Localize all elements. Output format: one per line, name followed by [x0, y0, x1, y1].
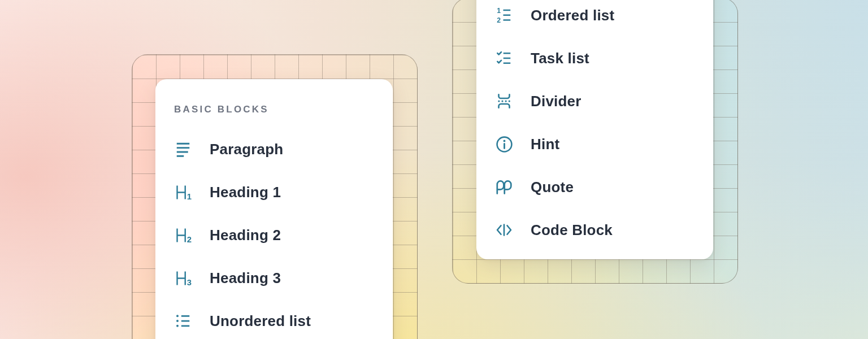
menu-item-label: Heading 1: [210, 184, 281, 201]
menu-item-label: Divider: [531, 93, 581, 110]
svg-text:2: 2: [497, 16, 501, 24]
menu-item-quote[interactable]: Quote: [495, 166, 713, 208]
svg-text:2: 2: [186, 235, 191, 244]
svg-text:1: 1: [186, 192, 191, 201]
background-gradient: BASIC BLOCKS Paragraph 1 Heading 1 2 Hea…: [0, 0, 868, 339]
menu-item-task-list[interactable]: Task list: [495, 37, 713, 80]
menu-item-heading-2[interactable]: 2 Heading 2: [174, 214, 393, 257]
svg-text:1: 1: [497, 7, 501, 15]
heading-1-icon: 1: [174, 183, 192, 201]
menu-item-hint[interactable]: Hint: [495, 123, 713, 166]
unordered-list-icon: [174, 312, 192, 330]
task-list-icon: [495, 49, 513, 67]
menu-item-unordered-list[interactable]: Unordered list: [174, 299, 393, 339]
menu-item-label: Task list: [531, 50, 589, 67]
menu-item-ordered-list[interactable]: 12 Ordered list: [495, 0, 713, 37]
basic-blocks-menu-card: BASIC BLOCKS Paragraph 1 Heading 1 2 Hea…: [155, 79, 393, 339]
basic-blocks-menu-list: Paragraph 1 Heading 1 2 Heading 2 3 Head…: [155, 128, 393, 339]
quote-icon: [495, 178, 513, 196]
blocks-menu-card-continued: 12 Ordered list Task list Divider Hint Q…: [476, 0, 713, 259]
menu-item-label: Heading 2: [210, 227, 281, 244]
menu-item-label: Ordered list: [531, 7, 614, 24]
menu-item-heading-3[interactable]: 3 Heading 3: [174, 257, 393, 299]
divider-icon: [495, 92, 513, 110]
blocks-menu-list: 12 Ordered list Task list Divider Hint Q…: [476, 0, 713, 251]
heading-3-icon: 3: [174, 269, 192, 287]
menu-item-label: Paragraph: [210, 141, 283, 158]
menu-item-divider[interactable]: Divider: [495, 80, 713, 123]
menu-item-paragraph[interactable]: Paragraph: [174, 128, 393, 171]
heading-2-icon: 2: [174, 226, 192, 244]
code-block-icon: [495, 221, 513, 239]
hint-icon: [495, 135, 513, 153]
svg-text:3: 3: [186, 278, 191, 287]
paragraph-icon: [174, 140, 192, 158]
menu-item-code-block[interactable]: Code Block: [495, 208, 713, 251]
menu-item-label: Hint: [531, 136, 559, 153]
menu-item-label: Heading 3: [210, 270, 281, 287]
menu-item-heading-1[interactable]: 1 Heading 1: [174, 171, 393, 214]
menu-item-label: Code Block: [531, 221, 613, 239]
menu-section-header: BASIC BLOCKS: [174, 104, 374, 115]
menu-item-label: Unordered list: [210, 312, 311, 330]
ordered-list-icon: 12: [495, 6, 513, 24]
menu-item-label: Quote: [531, 179, 574, 196]
